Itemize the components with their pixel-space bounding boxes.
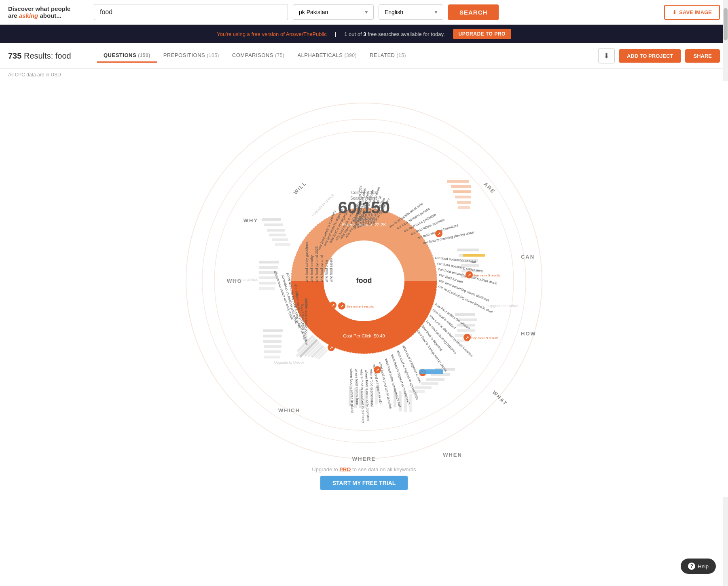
svg-rect-12: [457, 201, 471, 204]
svg-rect-46: [264, 345, 281, 348]
banner-count-prefix: 1 out of: [344, 31, 363, 37]
brand-asking-prefix: are: [8, 12, 19, 19]
svg-rect-30: [421, 382, 438, 385]
svg-rect-54: [259, 287, 275, 290]
svg-rect-21: [455, 313, 475, 316]
svg-rect-10: [453, 190, 471, 193]
see-more-how-icon: ↗: [466, 335, 469, 340]
brand-asking-word: asking: [19, 12, 38, 19]
brand-asking-suffix: about...: [38, 12, 61, 19]
results-count: 735 Results: food: [8, 51, 89, 61]
tab-comparisons[interactable]: COMPARISONS (75): [226, 49, 291, 63]
country-select-wrap: pk Pakistan us United States gb United K…: [293, 4, 374, 20]
what-label: WHAT: [491, 389, 509, 407]
svg-rect-56: [264, 223, 283, 226]
upgrade-unlock-which: Upgrade to Unlock: [274, 360, 305, 365]
download-button[interactable]: ⬇: [598, 48, 615, 63]
svg-rect-57: [267, 229, 285, 232]
start-trial-button[interactable]: START MY FREE TRIAL: [320, 476, 408, 490]
add-to-project-button[interactable]: ADD TO PROJECT: [619, 49, 681, 63]
tab-alphabeticals[interactable]: ALPHABETICALS (390): [291, 49, 363, 63]
tab-prepositions[interactable]: PREPOSITIONS (105): [157, 49, 226, 63]
scrollbar-thumb[interactable]: [724, 8, 728, 40]
see-more-where-icon: ↗: [376, 368, 379, 372]
help-label: Help: [698, 563, 709, 569]
save-icon: ⬇: [672, 9, 677, 15]
upgrade-to-pro-button[interactable]: UPGRADE TO PRO: [453, 29, 511, 39]
results-keyword: food: [55, 51, 71, 60]
wheel-svg-wrap: food Search Volume: 22.2K Cost Per Click…: [172, 89, 556, 473]
svg-rect-47: [264, 350, 281, 353]
svg-rect-58: [269, 234, 286, 236]
svg-rect-14: [457, 249, 479, 251]
banner-free-text: You're using a free version of AnswerThe…: [217, 31, 327, 37]
who-item-1: who food safety guidelines: [305, 242, 309, 282]
country-select[interactable]: pk Pakistan us United States gb United K…: [293, 4, 374, 20]
banner-count-suffix: free searches available for today.: [366, 31, 444, 37]
how-label: HOW: [521, 331, 536, 337]
svg-rect-53: [259, 282, 276, 285]
svg-rect-8: [447, 180, 469, 183]
viz-container: food Search Volume: 22.2K Cost Per Click…: [0, 81, 728, 497]
search-input-wrap: [94, 4, 288, 20]
svg-rect-48: [264, 356, 280, 358]
who-item-3: who food pyramid 2023: [315, 246, 319, 282]
tab-questions[interactable]: QUESTIONS (150): [97, 49, 157, 63]
svg-rect-60: [275, 243, 290, 246]
see-more-can-icon: ↗: [468, 273, 471, 277]
upgrade-unlock-who: Upgrade to Unlock: [228, 278, 258, 282]
svg-rect-20: [463, 254, 485, 257]
svg-rect-13: [458, 206, 470, 209]
are-section: [447, 180, 471, 209]
svg-rect-24: [457, 329, 475, 332]
which-label: WHICH: [278, 407, 300, 413]
who-item-2: who food security: [310, 255, 314, 282]
svg-rect-11: [455, 196, 471, 198]
wheel-svg: food Search Volume: 22.2K Cost Per Click…: [172, 89, 556, 473]
results-label: Results:: [24, 51, 53, 60]
share-button[interactable]: SHARE: [685, 49, 720, 63]
svg-rect-45: [263, 340, 281, 343]
save-image-button[interactable]: ⬇ SAVE IMAGE: [664, 5, 720, 20]
when-highlight-bar: [419, 369, 443, 374]
upgrade-unlock-how: Upgrade to Unlock: [489, 304, 519, 308]
can-label: CAN: [521, 254, 535, 260]
center-keyword-text: food: [356, 276, 372, 285]
which-item-6: which food comes from organic: [304, 297, 308, 346]
which-section: [263, 329, 283, 358]
upgrade-pro-link[interactable]: PRO: [339, 466, 351, 472]
why-section: [262, 218, 290, 246]
brand-line1: Discover what people: [8, 5, 89, 12]
brand-area: Discover what people are asking about...: [8, 5, 89, 19]
cpc-note: All CPC data are in USD: [0, 69, 728, 81]
svg-rect-59: [272, 238, 288, 241]
banner: You're using a free version of AnswerThe…: [0, 25, 728, 43]
svg-rect-55: [262, 218, 281, 221]
svg-rect-44: [263, 335, 282, 337]
banner-separator: |: [335, 31, 336, 37]
why-label: WHY: [243, 217, 258, 223]
who-item-6: who food safety: [329, 258, 333, 282]
when-label: WHEN: [443, 452, 462, 458]
will-label: WILL: [292, 180, 308, 196]
svg-rect-9: [451, 185, 471, 188]
search-button[interactable]: SEARCH: [448, 4, 499, 20]
banner-count: 1 out of 3 free searches available for t…: [344, 31, 444, 37]
tabs: QUESTIONS (150) PREPOSITIONS (105) COMPA…: [97, 49, 590, 63]
see-more-which-icon: ↗: [330, 346, 333, 350]
svg-rect-50: [259, 266, 278, 269]
header: Discover what people are asking about...…: [0, 0, 728, 25]
where-item-1: where food is stored in plants: [349, 368, 355, 413]
see-more-why-icon: ↗: [340, 304, 343, 308]
tab-related[interactable]: RELATED (15): [363, 49, 413, 63]
help-icon: ?: [688, 563, 695, 570]
svg-rect-43: [263, 329, 283, 332]
save-image-label: SAVE IMAGE: [679, 9, 712, 15]
search-input[interactable]: [94, 4, 288, 20]
see-more-can-text[interactable]: See more 9 results: [473, 274, 500, 277]
language-select[interactable]: English Urdu Arabic: [379, 4, 443, 20]
brand-line2: are asking about...: [8, 12, 89, 19]
see-more-why-text[interactable]: See more 9 results: [347, 305, 374, 308]
help-button[interactable]: ? Help: [681, 559, 716, 574]
see-more-how-text[interactable]: See more 9 results: [471, 336, 498, 340]
